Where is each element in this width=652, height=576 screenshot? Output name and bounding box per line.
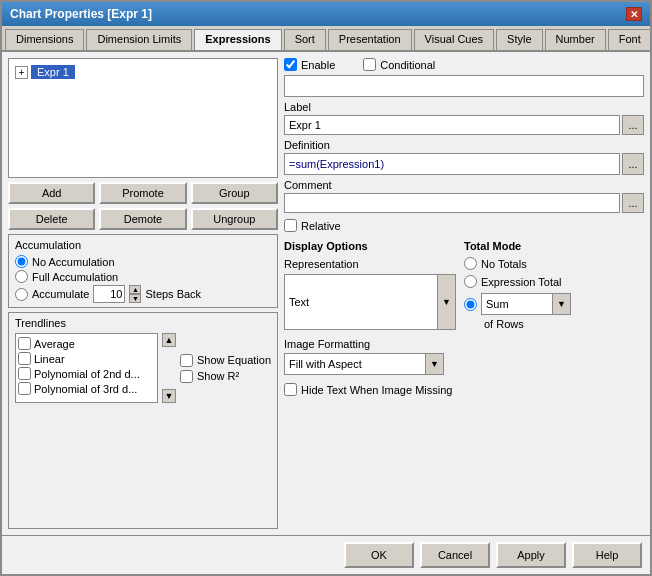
steps-down-button[interactable]: ▼ <box>129 294 141 303</box>
image-formatting-label: Image Formatting <box>284 338 644 350</box>
trendlines-list: Average Linear Polynomial of 2nd d... <box>15 333 158 403</box>
display-options-row: Display Options Representation Text ▼ To… <box>284 240 644 330</box>
tab-dimension-limits[interactable]: Dimension Limits <box>86 29 192 50</box>
comment-input-row: ... <box>284 193 644 213</box>
trendline-poly2: Polynomial of 2nd d... <box>18 366 155 381</box>
tab-number[interactable]: Number <box>545 29 606 50</box>
show-r2-check[interactable] <box>180 370 193 383</box>
no-totals-radio[interactable] <box>464 257 477 270</box>
window-title: Chart Properties [Expr 1] <box>10 7 152 21</box>
trendline-linear-check[interactable] <box>18 352 31 365</box>
comment-ellipsis-button[interactable]: ... <box>622 193 644 213</box>
no-totals-row: No Totals <box>464 257 644 270</box>
hide-text-row: Hide Text When Image Missing <box>284 383 644 396</box>
definition-ellipsis-button[interactable]: ... <box>622 153 644 175</box>
tree-item-label[interactable]: Expr 1 <box>31 65 75 79</box>
image-formatting-dropdown-arrow[interactable]: ▼ <box>425 354 443 374</box>
image-formatting-value: Fill with Aspect <box>285 357 425 371</box>
conditional-row: Conditional <box>363 58 435 71</box>
ok-button[interactable]: OK <box>344 542 414 568</box>
full-accumulation-row: Full Accumulation <box>15 270 271 283</box>
trendlines-scroll: ▲ ▼ <box>162 333 176 403</box>
trendlines-content: Average Linear Polynomial of 2nd d... <box>15 333 271 403</box>
sum-dropdown-arrow[interactable]: ▼ <box>552 294 570 314</box>
representation-dropdown[interactable]: Text ▼ <box>284 274 456 330</box>
tab-presentation[interactable]: Presentation <box>328 29 412 50</box>
relative-checkbox[interactable] <box>284 219 297 232</box>
demote-button[interactable]: Demote <box>99 208 186 230</box>
tab-style[interactable]: Style <box>496 29 542 50</box>
ungroup-button[interactable]: Ungroup <box>191 208 278 230</box>
trendline-average-check[interactable] <box>18 337 31 350</box>
apply-button[interactable]: Apply <box>496 542 566 568</box>
sum-radio[interactable] <box>464 298 477 311</box>
comment-field-label: Comment <box>284 179 644 191</box>
sum-dropdown[interactable]: Sum ▼ <box>481 293 571 315</box>
representation-label: Representation <box>284 258 456 270</box>
definition-input[interactable] <box>284 153 620 175</box>
tab-sort[interactable]: Sort <box>284 29 326 50</box>
sum-row: Sum ▼ <box>464 293 644 315</box>
show-equation-row: Show Equation <box>180 354 271 367</box>
cancel-button[interactable]: Cancel <box>420 542 490 568</box>
trendline-poly2-check[interactable] <box>18 367 31 380</box>
steps-spinner: ▲ ▼ <box>129 285 141 303</box>
relative-row: Relative <box>284 219 644 232</box>
tab-bar: Dimensions Dimension Limits Expressions … <box>2 26 650 52</box>
enable-checkbox[interactable] <box>284 58 297 71</box>
image-formatting-dropdown[interactable]: Fill with Aspect ▼ <box>284 353 444 375</box>
hide-text-checkbox[interactable] <box>284 383 297 396</box>
tab-visual-cues[interactable]: Visual Cues <box>414 29 495 50</box>
add-button[interactable]: Add <box>8 182 95 204</box>
display-options-title: Display Options <box>284 240 456 252</box>
comment-field-row: Comment ... <box>284 179 644 213</box>
show-r2-row: Show R² <box>180 370 271 383</box>
label-ellipsis-button[interactable]: ... <box>622 115 644 135</box>
delete-button[interactable]: Delete <box>8 208 95 230</box>
trendline-poly3-label: Polynomial of 3rd d... <box>34 383 137 395</box>
enable-label: Enable <box>301 59 335 71</box>
trendline-average-label: Average <box>34 338 75 350</box>
promote-button[interactable]: Promote <box>99 182 186 204</box>
trendlines-title: Trendlines <box>15 317 271 329</box>
footer-buttons: OK Cancel Apply Help <box>2 535 650 574</box>
label-input[interactable] <box>284 115 620 135</box>
no-accumulation-radio[interactable] <box>15 255 28 268</box>
tree-expand-button[interactable]: + <box>15 66 28 79</box>
show-equation-check[interactable] <box>180 354 193 367</box>
conditional-checkbox[interactable] <box>363 58 376 71</box>
trendline-poly3-check[interactable] <box>18 382 31 395</box>
no-accumulation-label: No Accumulation <box>32 256 115 268</box>
accumulate-steps-radio[interactable] <box>15 288 28 301</box>
accumulation-group: Accumulation No Accumulation Full Accumu… <box>8 234 278 308</box>
conditional-input[interactable] <box>284 75 644 97</box>
steps-up-button[interactable]: ▲ <box>129 285 141 294</box>
right-panel: Enable Conditional Label ... <box>284 58 644 529</box>
main-content: + Expr 1 Add Promote Group Delete Demote… <box>2 52 650 535</box>
accumulate-label: Accumulate <box>32 288 89 300</box>
definition-field-row: Definition ... <box>284 139 644 175</box>
expression-total-row: Expression Total <box>464 275 644 288</box>
trendline-poly2-label: Polynomial of 2nd d... <box>34 368 140 380</box>
tab-expressions[interactable]: Expressions <box>194 29 281 51</box>
expression-total-radio[interactable] <box>464 275 477 288</box>
tab-dimensions[interactable]: Dimensions <box>5 29 84 50</box>
trendline-linear: Linear <box>18 351 155 366</box>
trendlines-scroll-down[interactable]: ▼ <box>162 389 176 403</box>
trendlines-scroll-up[interactable]: ▲ <box>162 333 176 347</box>
help-button[interactable]: Help <box>572 542 642 568</box>
accumulation-title: Accumulation <box>15 239 271 251</box>
representation-dropdown-arrow[interactable]: ▼ <box>437 275 455 329</box>
no-totals-label: No Totals <box>481 258 527 270</box>
comment-input[interactable] <box>284 193 620 213</box>
of-rows-label: of Rows <box>484 318 644 330</box>
group-button[interactable]: Group <box>191 182 278 204</box>
top-button-row: Add Promote Group <box>8 182 278 204</box>
full-accumulation-radio[interactable] <box>15 270 28 283</box>
close-button[interactable]: ✕ <box>626 7 642 21</box>
tab-font[interactable]: Font <box>608 29 650 50</box>
trendline-linear-label: Linear <box>34 353 65 365</box>
definition-field-label: Definition <box>284 139 644 151</box>
hide-text-label: Hide Text When Image Missing <box>301 384 452 396</box>
steps-input[interactable] <box>93 285 125 303</box>
